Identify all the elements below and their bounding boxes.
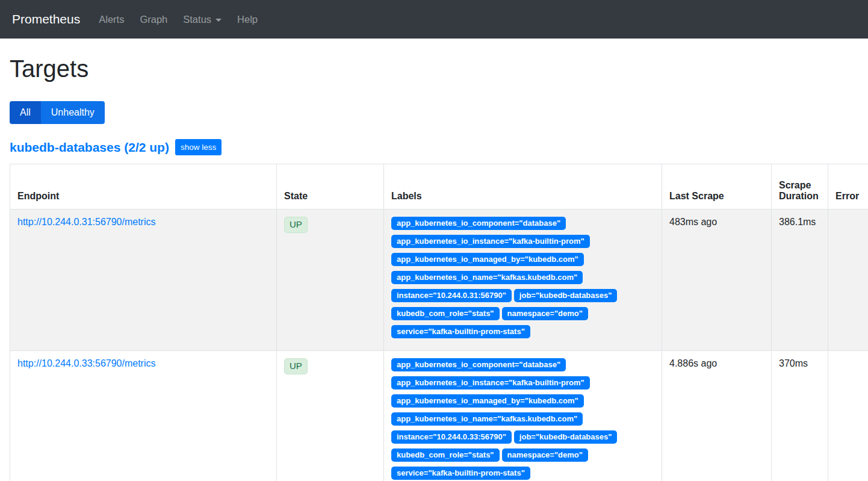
target-row: http://10.244.0.33:56790/metrics UP app_… bbox=[10, 351, 868, 481]
label-badge[interactable]: instance="10.244.0.33:56790" bbox=[391, 430, 512, 444]
label-badge[interactable]: service="kafka-builtin-prom-stats" bbox=[391, 325, 530, 338]
show-less-button[interactable]: show less bbox=[175, 139, 222, 155]
state-up-badge: UP bbox=[284, 217, 308, 233]
job-group-header: kubedb-databases (2/2 up) show less bbox=[10, 139, 858, 155]
last-scrape-cell: 483ms ago bbox=[662, 209, 772, 351]
label-badge[interactable]: app_kubernetes_io_name="kafkas.kubedb.co… bbox=[391, 412, 583, 426]
page-title: Targets bbox=[10, 54, 858, 83]
column-header-last-scrape: Last Scrape bbox=[662, 164, 772, 209]
targets-table-head: Endpoint State Labels Last Scrape Scrape… bbox=[10, 164, 868, 209]
label-badge[interactable]: instance="10.244.0.31:56790" bbox=[391, 289, 512, 302]
scrape-duration-cell: 386.1ms bbox=[772, 209, 828, 351]
label-badge[interactable]: app_kubernetes_io_component="database" bbox=[391, 217, 566, 230]
label-badge[interactable]: kubedb_com_role="stats" bbox=[391, 448, 500, 462]
targets-table: Endpoint State Labels Last Scrape Scrape… bbox=[10, 164, 868, 481]
last-scrape-cell: 4.886s ago bbox=[662, 351, 772, 481]
column-header-scrape-duration: Scrape Duration bbox=[772, 164, 828, 209]
label-badge[interactable]: job="kubedb-databases" bbox=[514, 430, 618, 444]
label-badge[interactable]: job="kubedb-databases" bbox=[514, 289, 618, 302]
column-header-endpoint: Endpoint bbox=[10, 164, 277, 209]
main-content: Targets All Unhealthy kubedb-databases (… bbox=[0, 54, 868, 481]
brand-link[interactable]: Prometheus bbox=[12, 12, 80, 26]
job-group-title[interactable]: kubedb-databases (2/2 up) bbox=[10, 140, 169, 155]
label-badge[interactable]: app_kubernetes_io_component="database" bbox=[391, 358, 566, 371]
label-badge[interactable]: app_kubernetes_io_instance="kafka-builti… bbox=[391, 376, 590, 389]
endpoint-link[interactable]: http://10.244.0.33:56790/metrics bbox=[17, 358, 155, 368]
top-navbar: Prometheus Alerts Graph Status Help bbox=[0, 0, 868, 39]
filter-unhealthy-button[interactable]: Unhealthy bbox=[41, 101, 105, 124]
label-badge[interactable]: app_kubernetes_io_instance="kafka-builti… bbox=[391, 235, 590, 248]
label-badge[interactable]: app_kubernetes_io_managed_by="kubedb.com… bbox=[391, 253, 584, 266]
column-header-state: State bbox=[277, 164, 384, 209]
labels-cell: app_kubernetes_io_component="database"ap… bbox=[384, 351, 662, 481]
label-badge[interactable]: namespace="demo" bbox=[502, 307, 588, 320]
error-cell bbox=[828, 351, 868, 481]
target-row: http://10.244.0.31:56790/metrics UP app_… bbox=[10, 209, 868, 351]
endpoint-link[interactable]: http://10.244.0.31:56790/metrics bbox=[17, 217, 155, 227]
labels-list: app_kubernetes_io_component="database"ap… bbox=[391, 358, 654, 481]
chevron-down-icon bbox=[215, 19, 222, 22]
labels-cell: app_kubernetes_io_component="database"ap… bbox=[384, 209, 662, 351]
state-up-badge: UP bbox=[284, 358, 308, 374]
label-badge[interactable]: namespace="demo" bbox=[502, 448, 588, 462]
label-badge[interactable]: kubedb_com_role="stats" bbox=[391, 307, 500, 320]
targets-table-body: http://10.244.0.31:56790/metrics UP app_… bbox=[10, 209, 868, 481]
error-cell bbox=[828, 209, 868, 351]
state-cell: UP bbox=[277, 351, 384, 481]
label-badge[interactable]: app_kubernetes_io_name="kafkas.kubedb.co… bbox=[391, 271, 583, 284]
labels-list: app_kubernetes_io_component="database"ap… bbox=[391, 217, 654, 343]
nav-item-graph[interactable]: Graph bbox=[132, 9, 175, 30]
label-badge[interactable]: service="kafka-builtin-prom-stats" bbox=[391, 467, 530, 480]
column-header-error: Error bbox=[828, 164, 868, 209]
endpoint-cell: http://10.244.0.33:56790/metrics bbox=[10, 351, 277, 481]
target-filter-group: All Unhealthy bbox=[10, 101, 105, 124]
endpoint-cell: http://10.244.0.31:56790/metrics bbox=[10, 209, 277, 351]
label-badge[interactable]: app_kubernetes_io_managed_by="kubedb.com… bbox=[391, 394, 584, 408]
nav-item-status[interactable]: Status bbox=[175, 9, 229, 30]
column-header-labels: Labels bbox=[384, 164, 662, 209]
state-cell: UP bbox=[277, 209, 384, 351]
nav-item-status-label: Status bbox=[183, 14, 211, 25]
nav-item-help[interactable]: Help bbox=[229, 9, 265, 30]
nav-item-alerts[interactable]: Alerts bbox=[91, 9, 132, 30]
scrape-duration-cell: 370ms bbox=[772, 351, 828, 481]
filter-all-button[interactable]: All bbox=[10, 101, 41, 124]
